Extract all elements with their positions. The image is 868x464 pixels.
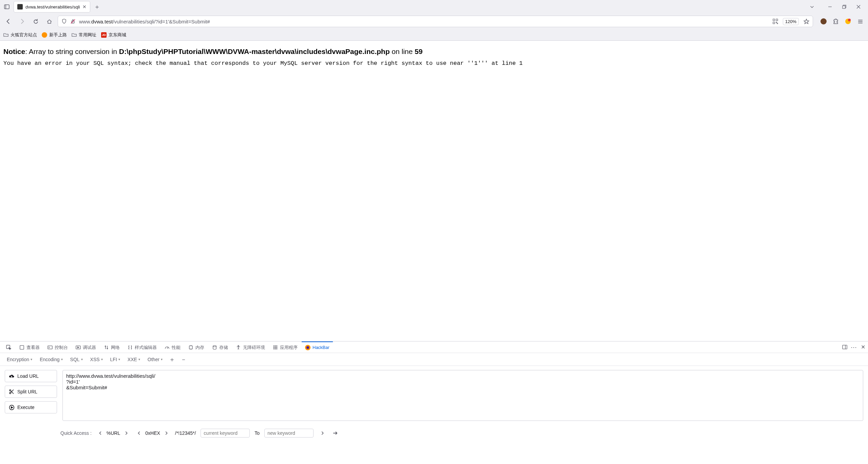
sidebar-toggle-icon[interactable] bbox=[2, 2, 12, 12]
svg-marker-14 bbox=[804, 19, 809, 24]
hackbar-url-textarea[interactable] bbox=[62, 370, 863, 421]
hb-menu-encoding-label: Encoding bbox=[40, 357, 59, 362]
ext-icon-2[interactable] bbox=[844, 17, 852, 26]
hb-load-url-button[interactable]: Load URL bbox=[5, 370, 57, 382]
devtools-tab-app-label: 应用程序 bbox=[280, 345, 298, 351]
devtools-tab-perf-label: 性能 bbox=[172, 345, 181, 351]
devtools-tab-inspector-label: 查看器 bbox=[26, 345, 40, 351]
bookmark-3[interactable]: 常用网址 bbox=[72, 32, 96, 38]
hb-menu-encryption[interactable]: Encryption▾ bbox=[4, 355, 35, 364]
window-controls bbox=[825, 2, 864, 12]
devtools-tab-network[interactable]: 网络 bbox=[100, 341, 123, 353]
devtools-tab-style[interactable]: 样式编辑器 bbox=[124, 341, 160, 353]
chevron-left-icon[interactable] bbox=[96, 429, 105, 437]
devtools-tab-debugger[interactable]: 调试器 bbox=[72, 341, 99, 353]
url-toolbar: www.dvwa.test/vulnerabilities/sqli/?id=1… bbox=[0, 14, 868, 29]
svg-rect-40 bbox=[275, 348, 276, 349]
window-minimize-icon[interactable] bbox=[825, 2, 835, 12]
hb-menu-xss[interactable]: XSS▾ bbox=[88, 355, 106, 364]
current-keyword-input[interactable] bbox=[201, 429, 250, 438]
qr-icon[interactable] bbox=[773, 19, 778, 24]
caret-down-icon: ▾ bbox=[61, 357, 63, 361]
caret-down-icon: ▾ bbox=[138, 357, 140, 361]
hb-split-url-button[interactable]: Split URL bbox=[5, 386, 57, 398]
extensions-icon[interactable] bbox=[831, 17, 840, 26]
extension-icons bbox=[819, 17, 865, 26]
devtools-more-icon[interactable]: ⋯ bbox=[851, 344, 857, 351]
devtools-tab-a11y[interactable]: 无障碍环境 bbox=[232, 341, 268, 353]
hb-menu-lfi[interactable]: LFI▾ bbox=[108, 355, 123, 364]
hb-menu-xxe-label: XXE bbox=[128, 357, 137, 362]
tab-close-icon[interactable]: ✕ bbox=[82, 4, 87, 10]
svg-line-25 bbox=[167, 347, 168, 349]
url-box[interactable]: www.dvwa.test/vulnerabilities/sqli/?id=1… bbox=[58, 16, 813, 27]
forward-button[interactable] bbox=[17, 16, 27, 26]
devtools-tab-console-label: 控制台 bbox=[55, 345, 68, 351]
chevron-right-icon[interactable] bbox=[162, 429, 170, 437]
notice-label: Notice bbox=[3, 48, 25, 55]
hb-menu-encoding[interactable]: Encoding▾ bbox=[37, 355, 65, 364]
window-close-icon[interactable] bbox=[853, 2, 864, 12]
devtools-tab-inspector[interactable]: 查看器 bbox=[16, 341, 43, 353]
notice-sep: : bbox=[25, 48, 29, 55]
chevron-right-icon[interactable] bbox=[318, 429, 326, 437]
quick-to-label: To bbox=[254, 430, 260, 436]
bookmark-2-label: 新手上路 bbox=[49, 32, 67, 38]
hb-execute-label: Execute bbox=[17, 405, 35, 410]
back-button[interactable] bbox=[3, 16, 14, 26]
chevron-left-icon[interactable] bbox=[135, 429, 143, 437]
browser-tab[interactable]: dvwa.test/vulnerabilities/sqli ✕ bbox=[14, 1, 90, 13]
hb-add-button[interactable]: ＋ bbox=[167, 355, 177, 364]
arrow-right-icon[interactable] bbox=[331, 429, 339, 437]
lock-insecure-icon[interactable] bbox=[70, 19, 76, 24]
devtools-tab-console[interactable]: 控制台 bbox=[44, 341, 71, 353]
devtools-tab-hackbar[interactable]: HackBar bbox=[302, 341, 333, 353]
ext-icon-1[interactable] bbox=[819, 17, 828, 26]
quick-url-group: %URL bbox=[96, 429, 130, 437]
shield-icon[interactable] bbox=[61, 19, 67, 24]
svg-rect-22 bbox=[48, 346, 52, 349]
devtools-close-icon[interactable]: ✕ bbox=[861, 344, 865, 350]
window-restore-icon[interactable] bbox=[839, 2, 850, 12]
devtools-dock-icon[interactable] bbox=[842, 345, 847, 350]
quick-access-label: Quick Access : bbox=[60, 430, 92, 436]
devtools-pick-icon[interactable] bbox=[3, 341, 15, 353]
devtools-tab-perf[interactable]: 性能 bbox=[161, 341, 184, 353]
url-domain: dvwa.test bbox=[91, 19, 113, 24]
folder-icon bbox=[3, 32, 8, 37]
app-menu-icon[interactable] bbox=[856, 17, 865, 26]
caret-down-icon: ▾ bbox=[31, 357, 32, 361]
hb-load-url-label: Load URL bbox=[17, 373, 39, 379]
quick-comment-text[interactable]: /*!12345*/ bbox=[175, 430, 196, 436]
bookmark-4[interactable]: JD京东商城 bbox=[101, 32, 126, 38]
hb-menu-xxe[interactable]: XXE▾ bbox=[125, 355, 143, 364]
hb-menu-lfi-label: LFI bbox=[110, 357, 117, 362]
url-text: www.dvwa.test/vulnerabilities/sqli/?id=1… bbox=[79, 19, 210, 24]
bookmark-1[interactable]: 火狐官方站点 bbox=[3, 32, 37, 38]
devtools-tab-memory[interactable]: 内存 bbox=[185, 341, 208, 353]
hb-menu-other[interactable]: Other▾ bbox=[145, 355, 165, 364]
svg-rect-12 bbox=[776, 22, 777, 23]
tabs-dropdown-icon[interactable] bbox=[810, 4, 814, 9]
hb-execute-button[interactable]: Execute bbox=[5, 401, 57, 413]
devtools-tabs: 查看器 控制台 调试器 网络 样式编辑器 性能 内存 存储 无障碍环境 应用程序… bbox=[0, 341, 868, 353]
cloud-download-icon bbox=[8, 373, 15, 379]
devtools-tab-app[interactable]: 应用程序 bbox=[269, 341, 301, 353]
bookmark-2[interactable]: 新手上路 bbox=[42, 32, 67, 38]
notice-path: D:\phpStudy\PHPTutorial\WWW\DVWA-master\… bbox=[119, 48, 390, 55]
svg-rect-13 bbox=[777, 23, 778, 24]
url-prefix: www. bbox=[79, 19, 91, 24]
chevron-right-icon[interactable] bbox=[122, 429, 130, 437]
hb-menu-sql[interactable]: SQL▾ bbox=[68, 355, 86, 364]
hb-remove-button[interactable]: － bbox=[179, 355, 188, 364]
reload-button[interactable] bbox=[31, 16, 41, 26]
new-tab-button[interactable]: ＋ bbox=[92, 2, 102, 12]
zoom-badge[interactable]: 120% bbox=[783, 18, 799, 25]
devtools-tab-storage[interactable]: 存储 bbox=[208, 341, 231, 353]
svg-point-46 bbox=[10, 392, 11, 394]
bookmark-star-icon[interactable] bbox=[804, 19, 809, 24]
hb-menu-encryption-label: Encryption bbox=[7, 357, 29, 362]
new-keyword-input[interactable] bbox=[264, 429, 314, 438]
hackbar-left-buttons: Load URL Split URL Execute bbox=[5, 370, 57, 421]
home-button[interactable] bbox=[44, 16, 54, 26]
